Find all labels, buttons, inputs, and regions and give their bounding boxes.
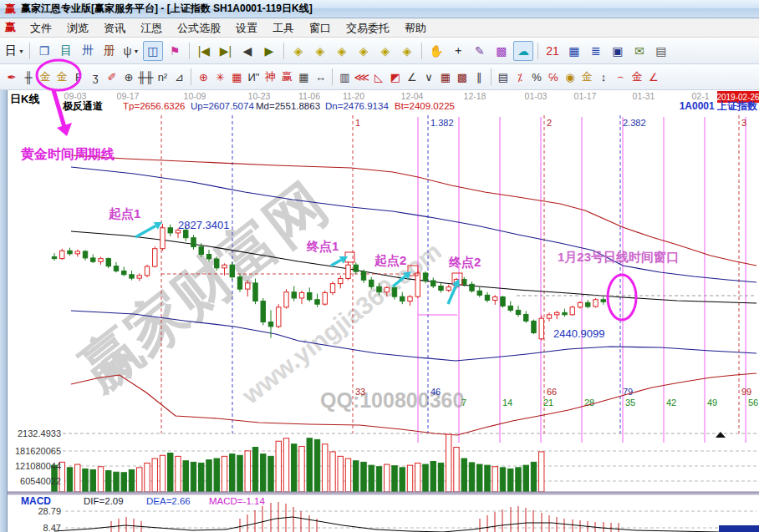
menu-item-6[interactable]: 工具 — [265, 20, 302, 36]
volume-bar — [237, 455, 242, 492]
computer-icon[interactable]: ▤ — [651, 41, 671, 61]
f-tool-icon[interactable]: F — [70, 67, 87, 87]
annotation-text: 终点2 — [448, 255, 481, 270]
menu-item-4[interactable]: 公式选股 — [170, 20, 228, 36]
week-count-label: 14 — [502, 398, 512, 408]
pane-label: 日K线 — [10, 93, 39, 105]
time-comb-icon[interactable]: ╫╫ — [137, 67, 154, 87]
toolbar-separator — [491, 68, 492, 85]
cycle-count-label: 66 — [547, 387, 557, 397]
percent-strike-icon[interactable]: ⁒ — [512, 67, 528, 87]
golden-section-icon[interactable]: 金 — [53, 67, 70, 87]
info-report-icon[interactable]: 目 — [56, 41, 76, 61]
macd-value: MACD=-1.14 — [209, 496, 265, 506]
percent-line-icon[interactable]: ℅ — [545, 67, 562, 87]
diamond-expand-h-icon[interactable]: ◈ — [332, 41, 352, 61]
volume-bar — [423, 464, 428, 492]
diamond-shift-right-icon[interactable]: ◈ — [310, 41, 330, 61]
note-form-icon[interactable]: ≣ — [586, 41, 606, 61]
next-bar-icon[interactable]: ▶ — [259, 41, 279, 61]
gann-wheel-icon[interactable]: ⊕ — [120, 67, 137, 87]
shen-tool-icon[interactable]: 神 — [262, 67, 278, 87]
menu-item-8[interactable]: 交易委托 — [339, 20, 397, 36]
spiral-icon[interactable]: ʒ — [87, 67, 104, 87]
chart-small9-icon[interactable]: 册 — [99, 41, 120, 61]
calendar-21-icon[interactable]: 21 — [543, 41, 563, 61]
gold-box-icon[interactable]: 金 — [629, 67, 645, 87]
menu-item-1[interactable]: 浏览 — [59, 20, 96, 36]
draw-pen-icon[interactable]: ✐ — [104, 67, 120, 87]
square-n2-icon[interactable]: n² — [154, 67, 171, 87]
menu-item-9[interactable]: 帮助 — [397, 20, 434, 36]
menu-item-3[interactable]: 江恩 — [133, 20, 170, 36]
gold-lines-icon[interactable]: 金 — [578, 67, 595, 87]
fan-lines-icon[interactable]: ⋘ — [353, 67, 370, 87]
first-bar-icon[interactable]: |◀ — [194, 41, 214, 61]
annotation-text: 2440.9099 — [553, 327, 604, 340]
grid-fan-icon[interactable]: ◩ — [387, 67, 404, 87]
parallel-lines-icon[interactable]: ∥ — [471, 67, 487, 87]
brush-icon[interactable]: ✒ — [3, 67, 20, 87]
volume-bar — [75, 464, 80, 492]
ruler-grid-icon[interactable]: ▦ — [295, 67, 312, 87]
prev-bar-icon[interactable]: ◀ — [237, 41, 257, 61]
stats-box-icon[interactable]: ▤ — [495, 67, 512, 87]
corner-fan-icon[interactable]: ◺ — [370, 67, 387, 87]
candle-body — [315, 300, 319, 304]
diamond-shift-left-icon[interactable]: ◈ — [288, 41, 308, 61]
volume-bar — [400, 468, 405, 492]
menu-item-7[interactable]: 窗口 — [302, 20, 339, 36]
wave-icon[interactable]: И" — [245, 67, 262, 87]
magic-grid-icon[interactable]: ▩ — [492, 41, 512, 61]
period-day-selector[interactable]: 日▼ — [4, 41, 25, 61]
last-bar-icon[interactable]: ▶| — [216, 41, 236, 61]
menu-item-0[interactable]: 文件 — [23, 20, 59, 36]
volume-bar — [83, 469, 88, 492]
overlap-windows-icon[interactable]: ❐ — [34, 41, 54, 61]
angle-flag-icon[interactable]: ⊿ — [171, 67, 187, 87]
menu-item-2[interactable]: 资讯 — [96, 20, 133, 36]
chart-canvas[interactable]: 赢家财富网www.yingjia360.comQQ:10080036011.38… — [0, 90, 759, 532]
probe-tool-icon[interactable]: ψ▼ — [121, 41, 141, 61]
diamond-cross-icon[interactable]: ◈ — [397, 41, 417, 61]
dual-pane-icon[interactable]: ◫ — [143, 41, 163, 61]
crosshair-icon[interactable]: ＋ — [448, 41, 468, 61]
save-icon[interactable]: ▣ — [608, 41, 628, 61]
gold-circle-icon[interactable]: ◉ — [562, 67, 578, 87]
cloud-tool-icon[interactable]: ☁ — [513, 41, 533, 61]
dense-grid-icon[interactable]: ▦ — [437, 67, 454, 87]
dense-grid2-icon[interactable]: ▩ — [454, 67, 471, 87]
angle-up-icon[interactable]: ∠ — [645, 67, 662, 87]
gann-box-icon[interactable]: ▦ — [228, 67, 245, 87]
pin-brush-icon[interactable]: ↕ — [595, 67, 612, 87]
golden-cycle-icon[interactable]: 金 — [37, 67, 53, 87]
box-stat-icon[interactable]: ▥ — [336, 67, 353, 87]
gann-row-icon[interactable]: ╫ — [20, 67, 37, 87]
note-pen-icon[interactable]: ✎ — [470, 41, 490, 61]
diamond-compress-h-icon[interactable]: ◈ — [354, 41, 374, 61]
title-bar: 赢 赢家江恩专业版[赢家服务平台] - [上证指数 SH1A0001-119日K… — [0, 0, 759, 18]
calculator-icon[interactable]: ▦ — [564, 41, 584, 61]
angle-lines-icon[interactable]: ∠ — [404, 67, 420, 87]
toolbar-separator — [283, 43, 284, 59]
starburst-icon[interactable]: ✳ — [211, 67, 228, 87]
width-arrows-icon[interactable]: ↔ — [312, 67, 329, 87]
pan-hand-icon[interactable]: ✋ — [426, 41, 446, 61]
candle-body — [477, 291, 481, 295]
color-flag-icon[interactable]: ⚑ — [165, 41, 185, 61]
candle-body — [586, 302, 590, 307]
zigzag-icon[interactable]: ∨ — [420, 67, 437, 87]
week-count-label: 35 — [625, 398, 635, 408]
chart-small3-icon[interactable]: 卅 — [78, 41, 98, 61]
target-icon[interactable]: ⊕ — [195, 67, 211, 87]
diamond-expand-all-icon[interactable]: ◈ — [375, 41, 395, 61]
candle-body — [191, 238, 196, 247]
fib-ratio-label: 2 — [547, 118, 552, 128]
ying-tool-icon[interactable]: 赢 — [278, 67, 295, 87]
candle-body — [539, 318, 543, 339]
percent-icon[interactable]: % — [528, 67, 545, 87]
mail-icon[interactable]: ✉ — [629, 41, 649, 61]
menu-item-5[interactable]: 设置 — [228, 20, 265, 36]
red-arc-icon[interactable]: ⌢ — [612, 67, 629, 87]
volume-bar — [245, 451, 250, 492]
